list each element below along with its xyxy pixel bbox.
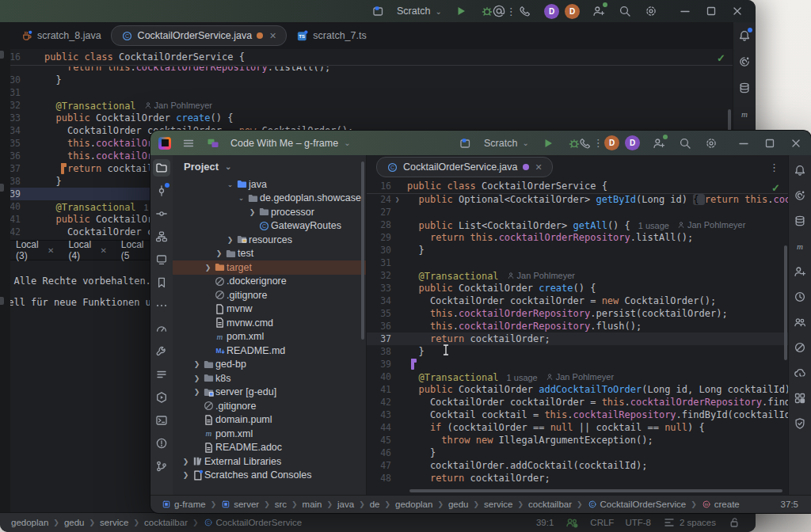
close-tab-icon[interactable]: ✕ [48, 246, 54, 255]
breadcrumb-item[interactable]: CCocktailOrderService [588, 500, 687, 509]
breadcrumb-item[interactable]: main [303, 500, 322, 509]
code-line[interactable]: return this.cocktailOrderRepository.list… [0, 66, 733, 74]
session-selector[interactable]: Code With Me – g-frame ⌄ [230, 138, 351, 149]
trusted-project-shield-icon[interactable] [791, 415, 809, 432]
todo-icon[interactable] [153, 366, 170, 383]
breadcrumb-item[interactable]: CCocktailOrderService [204, 518, 303, 527]
recent-locations-icon[interactable] [791, 288, 809, 306]
chevron-right-icon[interactable]: ❯ [192, 374, 202, 382]
chevron-right-icon[interactable]: ❯ [181, 458, 191, 466]
mention-icon[interactable] [492, 4, 506, 18]
editor-horizontal-scrollbar[interactable] [409, 489, 782, 492]
commit-icon[interactable] [153, 182, 170, 200]
chevron-right-icon[interactable]: ❯ [203, 264, 213, 272]
breadcrumb-item[interactable]: service [100, 518, 128, 527]
invite-user-button[interactable] [652, 136, 666, 150]
notifications-icon[interactable] [736, 27, 753, 44]
participant-avatar[interactable]: D [604, 135, 619, 150]
tree-item-k8s[interactable]: ❯k8s [173, 371, 366, 386]
tree-item-processor[interactable]: ❯processor [173, 205, 366, 219]
chevron-down-icon[interactable]: ⌄ [236, 194, 246, 202]
access-control-icon[interactable] [791, 339, 809, 356]
code-line[interactable]: 24 public Optional<CocktailOrder> getByI… [367, 193, 789, 206]
code-line[interactable]: 44 if (cocktailOrder == null || cocktail… [367, 421, 789, 434]
search-everywhere-icon[interactable] [618, 4, 632, 18]
code-line[interactable]: 34 CocktailOrder cocktailOrder = new Coc… [367, 294, 789, 307]
invite-user-icon[interactable] [791, 263, 809, 280]
close-button[interactable] [730, 4, 744, 18]
code-line[interactable]: 46 } [367, 446, 789, 459]
maximize-button[interactable] [704, 4, 718, 18]
run-config-selector[interactable]: Scratch ⌄ [397, 6, 442, 17]
database-icon[interactable] [791, 212, 809, 230]
code-line[interactable]: 47 cocktailOrder.addCocktail(cocktailId)… [367, 459, 789, 472]
tree-item-server-g-edu-[interactable]: ❯server [g-edu] [173, 386, 366, 400]
code-line[interactable]: 38 } [367, 345, 789, 358]
breadcrumb-item[interactable]: cocktailbar [144, 518, 188, 527]
tree-item-pom-xml[interactable]: mpom.xml [173, 330, 366, 344]
code-line[interactable]: 30 } [367, 244, 789, 256]
bookmarks-icon[interactable] [153, 274, 170, 291]
build-icon[interactable] [153, 343, 170, 360]
tree-item-java[interactable]: ⌄java [173, 177, 366, 192]
invite-user-button[interactable] [592, 4, 606, 18]
tree-item--gitignore[interactable]: .gitignore [173, 288, 366, 302]
caret-position[interactable]: 39:1 [536, 518, 554, 527]
chevron-right-icon[interactable]: ❯ [247, 208, 257, 216]
editor-tab[interactable]: scratch_8.java [11, 26, 111, 45]
breadcrumb-item[interactable]: gedu [448, 500, 469, 509]
participant-avatar[interactable]: D [544, 4, 559, 19]
breadcrumb-item[interactable]: gedoplan [395, 500, 432, 509]
tree-item-mvnw-cmd[interactable]: mvnw.cmd [173, 316, 366, 330]
minimize-button[interactable] [737, 136, 751, 150]
database-icon[interactable] [736, 79, 753, 97]
code-line[interactable]: 30 } [0, 74, 733, 86]
tree-item-domain-puml[interactable]: domain.puml [173, 413, 366, 428]
code-line[interactable]: 40 @Transactional1 usageJan Pohlmeyer [367, 370, 789, 383]
run-button[interactable] [454, 4, 468, 18]
code-line[interactable]: 42 CocktailOrder cocktailOrder = this.co… [367, 396, 789, 408]
tree-item-resources[interactable]: ❯resources [173, 233, 366, 247]
chevron-right-icon[interactable]: ❯ [214, 249, 224, 257]
profiler-icon[interactable] [153, 320, 170, 337]
close-tab-icon[interactable]: ✕ [535, 162, 543, 173]
write-access-icon[interactable] [727, 515, 741, 530]
close-tab-icon[interactable]: ✕ [269, 31, 276, 41]
chevron-right-icon[interactable]: ❯ [181, 471, 191, 479]
terminal-icon[interactable] [153, 412, 170, 429]
breadcrumb-item[interactable]: de [370, 500, 380, 509]
breadcrumb-item[interactable]: java [337, 500, 354, 509]
ai-assistant-icon[interactable] [791, 187, 809, 204]
code-line[interactable]: 39 [367, 358, 789, 370]
tree-item-pom-xml[interactable]: mpom.xml [173, 427, 366, 441]
code-line[interactable]: 16public class CocktailOrderService { [367, 179, 789, 193]
editor-tab[interactable]: CCocktailOrderService.java✕ [376, 157, 553, 177]
participant-avatar[interactable]: D [625, 135, 640, 150]
file-encoding[interactable]: UTF-8 [625, 518, 651, 527]
breadcrumb-item[interactable]: mcreate [702, 500, 740, 509]
code-line[interactable]: 43 Cocktail cocktail = this.cocktailRepo… [367, 408, 789, 421]
breadcrumb-item[interactable]: gedoplan [11, 518, 48, 527]
code-line[interactable]: 32 @TransactionalJan Pohlmeyer [0, 99, 733, 112]
breadcrumb-item[interactable]: src [275, 500, 287, 509]
project-panel-header[interactable]: Project ⌄ [173, 155, 366, 177]
breadcrumb-item[interactable]: cocktailbar [528, 500, 572, 509]
code-line[interactable]: 29 return this.cocktailOrderRepository.l… [367, 231, 789, 244]
more-tools-icon[interactable] [153, 297, 170, 314]
line-separator[interactable]: CRLF [590, 518, 614, 527]
dependencies-icon[interactable] [153, 251, 170, 268]
chevron-right-icon[interactable]: ❯ [192, 388, 202, 396]
code-line[interactable]: 37 return cocktailOrder; [367, 332, 789, 345]
inspection-ok-icon[interactable]: ✓ [717, 52, 725, 64]
ai-assistant-icon[interactable] [736, 53, 753, 70]
code-line[interactable]: 28 public List<CocktailOrder> getAll() {… [367, 218, 789, 231]
tree-item-de-gedoplan-showcase[interactable]: ⌄de.gedoplan.showcase [173, 192, 366, 206]
code-line[interactable]: 41 public CocktailOrder addCocktailToOrd… [367, 383, 789, 396]
connection-status-icon[interactable] [791, 364, 809, 382]
breadcrumb-item[interactable]: g-frame [162, 500, 206, 509]
code-line[interactable]: 35 this.cocktailOrderRepository.persist(… [367, 307, 789, 320]
tree-item-scratches-and-consoles[interactable]: ❯Scratches and Consoles [173, 469, 366, 483]
problems-icon[interactable] [153, 435, 170, 452]
minimize-button[interactable] [678, 4, 692, 18]
inspection-ok-icon[interactable]: ✓ [771, 182, 780, 194]
